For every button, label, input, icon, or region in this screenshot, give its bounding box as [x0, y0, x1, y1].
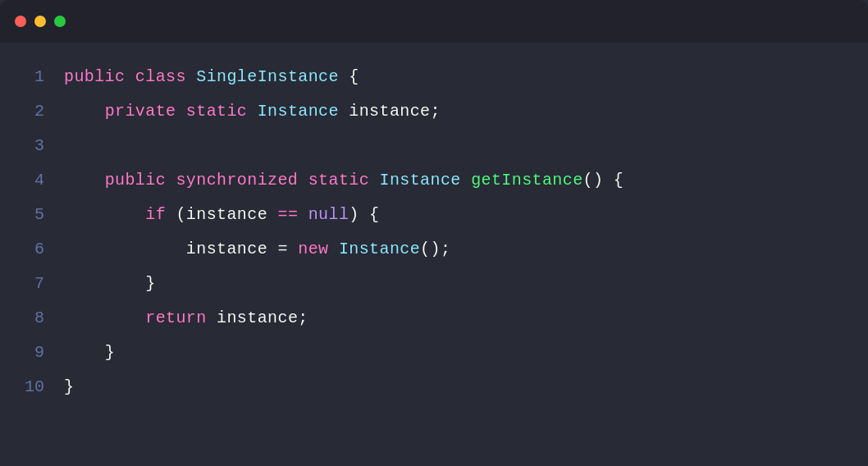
code-token: Instance [258, 102, 349, 121]
code-row: 7 } [25, 266, 843, 300]
code-token: class [135, 67, 196, 86]
code-line: } [64, 266, 843, 300]
code-row: 6 instance = new Instance(); [25, 231, 843, 266]
code-token: private [105, 102, 186, 121]
code-token [64, 274, 145, 293]
code-token: Instance [380, 171, 472, 190]
code-token: { [349, 67, 359, 86]
code-token: (); [420, 240, 450, 258]
line-number: 8 [25, 300, 64, 335]
code-row: 9 } [25, 335, 843, 369]
code-row: 1public class SingleInstance { [25, 59, 843, 94]
code-table: 1public class SingleInstance {2 private … [25, 59, 843, 404]
code-token: public [105, 171, 176, 190]
code-token: instance [349, 102, 430, 121]
window: 1public class SingleInstance {2 private … [0, 0, 868, 466]
code-token [64, 240, 186, 258]
code-editor: 1public class SingleInstance {2 private … [0, 43, 868, 466]
code-token: getInstance [471, 171, 582, 190]
code-row: 3 [25, 128, 843, 162]
code-token: } [105, 343, 115, 362]
code-token: SingleInstance [196, 67, 349, 86]
code-token: static [186, 102, 258, 121]
code-token: == [277, 205, 308, 224]
line-number: 2 [25, 94, 64, 128]
code-token: Instance [339, 240, 420, 258]
code-token [64, 102, 105, 121]
code-row: 5 if (instance == null) { [25, 197, 843, 231]
code-line: public synchronized static Instance getI… [64, 162, 843, 197]
line-number: 7 [25, 266, 64, 300]
code-row: 10} [25, 369, 843, 404]
code-token: return [145, 308, 217, 327]
code-token: static [308, 171, 380, 190]
code-token: if [145, 205, 176, 224]
code-line: instance = new Instance(); [64, 231, 843, 266]
line-number: 9 [25, 335, 64, 369]
code-row: 4 public synchronized static Instance ge… [25, 162, 843, 197]
code-row: 2 private static Instance instance; [25, 94, 843, 128]
line-number: 4 [25, 162, 64, 197]
code-token: public [64, 67, 135, 86]
code-line [64, 128, 843, 162]
code-line: return instance; [64, 300, 843, 335]
code-token: ( [176, 205, 185, 224]
code-token: ; [431, 102, 441, 121]
minimize-button[interactable] [34, 16, 46, 27]
code-token [64, 343, 105, 362]
code-token: new [298, 240, 339, 258]
titlebar [0, 0, 868, 43]
code-token: instance [186, 205, 278, 224]
code-token: ) { [349, 205, 379, 224]
code-line: } [64, 335, 843, 369]
code-line: public class SingleInstance { [64, 59, 843, 94]
close-button[interactable] [15, 16, 26, 27]
code-token: instance [217, 308, 298, 327]
code-token: } [64, 377, 74, 396]
code-token: = [277, 240, 298, 258]
maximize-button[interactable] [54, 16, 66, 27]
code-line: if (instance == null) { [64, 197, 843, 231]
code-line: private static Instance instance; [64, 94, 843, 128]
code-token: instance [186, 240, 278, 258]
code-token: null [308, 205, 349, 224]
code-token: synchronized [176, 171, 308, 190]
code-token [64, 308, 145, 327]
code-token [64, 205, 145, 224]
line-number: 3 [25, 128, 64, 162]
code-line: } [64, 369, 843, 404]
code-row: 8 return instance; [25, 300, 843, 335]
code-token: } [145, 274, 155, 293]
code-token: () { [583, 171, 624, 190]
line-number: 10 [25, 369, 64, 404]
line-number: 6 [25, 231, 64, 266]
line-number: 1 [25, 59, 64, 94]
code-token: ; [298, 308, 308, 327]
code-token [64, 171, 105, 190]
line-number: 5 [25, 197, 64, 231]
